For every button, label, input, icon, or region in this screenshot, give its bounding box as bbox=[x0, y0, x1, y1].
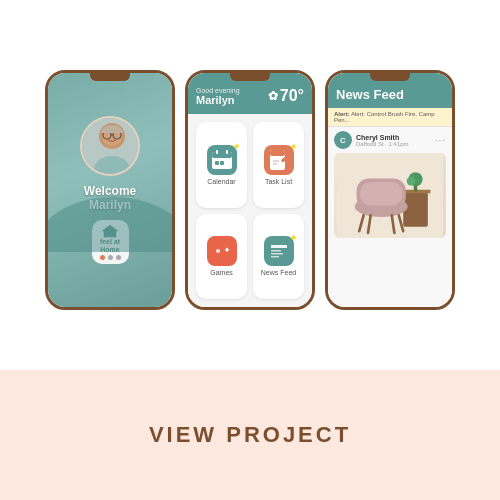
svg-rect-25 bbox=[271, 245, 287, 248]
app-grid: ★ Calendar ★ bbox=[188, 114, 312, 307]
post-options[interactable]: ··· bbox=[435, 135, 446, 146]
svg-rect-28 bbox=[271, 256, 279, 258]
svg-rect-11 bbox=[216, 150, 218, 154]
phone-2: Good evening Marilyn ✿ 70° bbox=[185, 70, 315, 310]
svg-rect-37 bbox=[360, 181, 402, 205]
home-dots bbox=[100, 255, 121, 260]
svg-rect-20 bbox=[212, 244, 232, 258]
phones-section: Welcome Marilyn feel at Home bbox=[0, 0, 500, 370]
star-badge-task: ★ bbox=[290, 142, 297, 151]
dot-1 bbox=[100, 255, 105, 260]
temperature: ✿ 70° bbox=[268, 87, 304, 105]
greeting-text: Good evening bbox=[196, 87, 240, 94]
post-container: C Cheryl Smith Daffodil St · 1:41pm ··· bbox=[328, 127, 452, 242]
svg-point-34 bbox=[407, 176, 416, 185]
user-name: Marilyn bbox=[196, 94, 240, 106]
task-app[interactable]: ★ Task List bbox=[253, 122, 304, 208]
bottom-section: VIEW PROJECT bbox=[0, 370, 500, 500]
phone-3: News Feed Alert: Alert: Control Brush Fi… bbox=[325, 70, 455, 310]
calendar-app[interactable]: ★ Calendar bbox=[196, 122, 247, 208]
games-app[interactable]: Games bbox=[196, 214, 247, 300]
chair-illustration bbox=[334, 153, 446, 238]
post-time: Daffodil St · 1:41pm bbox=[356, 141, 431, 147]
alert-bar: Alert: Alert: Control Brush Fire, Camp P… bbox=[328, 108, 452, 127]
phone-1-notch bbox=[90, 73, 130, 81]
svg-rect-23 bbox=[226, 248, 228, 252]
post-meta: Cheryl Smith Daffodil St · 1:41pm bbox=[356, 134, 431, 147]
svg-rect-27 bbox=[271, 253, 283, 255]
calendar-label: Calendar bbox=[207, 178, 235, 185]
news-app[interactable]: ★ News Feed bbox=[253, 214, 304, 300]
post-header: C Cheryl Smith Daffodil St · 1:41pm ··· bbox=[334, 131, 446, 149]
news-icon: ★ bbox=[264, 236, 294, 266]
svg-rect-10 bbox=[212, 152, 232, 158]
games-label: Games bbox=[210, 269, 233, 276]
phone-3-notch bbox=[370, 73, 410, 81]
svg-point-21 bbox=[216, 249, 220, 253]
view-project-button[interactable]: VIEW PROJECT bbox=[149, 422, 351, 448]
svg-rect-14 bbox=[220, 161, 224, 165]
svg-rect-16 bbox=[270, 150, 285, 156]
phone-2-screen: Good evening Marilyn ✿ 70° bbox=[188, 73, 312, 307]
news-feed-label: News Feed bbox=[261, 269, 296, 276]
task-label: Task List bbox=[265, 178, 292, 185]
phone-3-screen: News Feed Alert: Alert: Control Brush Fi… bbox=[328, 73, 452, 307]
post-image bbox=[334, 153, 446, 238]
svg-rect-26 bbox=[271, 250, 281, 252]
games-icon bbox=[207, 236, 237, 266]
phone-1: Welcome Marilyn feel at Home bbox=[45, 70, 175, 310]
phone-1-screen: Welcome Marilyn feel at Home bbox=[48, 73, 172, 307]
svg-rect-13 bbox=[215, 161, 219, 165]
calendar-icon: ★ bbox=[207, 145, 237, 175]
phone-2-notch bbox=[230, 73, 270, 81]
avatar bbox=[80, 116, 140, 176]
svg-point-0 bbox=[45, 197, 175, 252]
task-icon: ★ bbox=[264, 145, 294, 175]
star-badge-news: ★ bbox=[290, 233, 297, 242]
dot-2 bbox=[108, 255, 113, 260]
teal-wave-icon bbox=[45, 172, 175, 252]
post-avatar: C bbox=[334, 131, 352, 149]
svg-rect-30 bbox=[403, 191, 428, 226]
post-author: Cheryl Smith bbox=[356, 134, 431, 141]
dot-3 bbox=[116, 255, 121, 260]
svg-rect-12 bbox=[226, 150, 228, 154]
sun-icon: ✿ bbox=[268, 89, 278, 103]
news-feed-title: News Feed bbox=[336, 87, 444, 102]
star-badge-calendar: ★ bbox=[233, 142, 240, 151]
